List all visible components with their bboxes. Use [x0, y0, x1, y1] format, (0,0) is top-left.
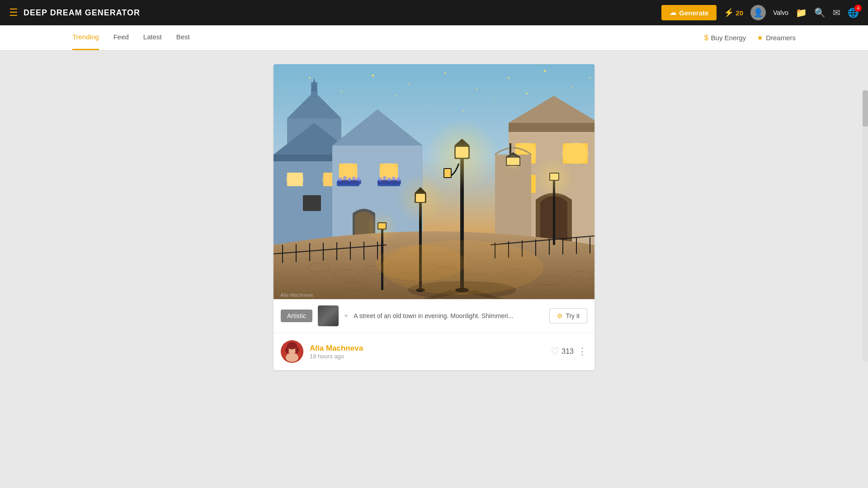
- try-it-label: Try it: [566, 312, 580, 319]
- generate-button[interactable]: ☁ Generate: [661, 5, 717, 20]
- nav-item-best[interactable]: Best: [176, 25, 190, 50]
- author-bar: Alla Machneva 19 hours ago ♡ 313 ⋮: [274, 333, 594, 370]
- heart-icon[interactable]: ♡: [551, 346, 560, 357]
- dollar-icon: $: [704, 34, 708, 42]
- scene-image: Alla Machneva: [274, 64, 594, 299]
- svg-point-12: [495, 98, 495, 99]
- svg-point-96: [352, 177, 356, 180]
- generate-label: Generate: [679, 9, 708, 17]
- svg-point-4: [409, 84, 410, 85]
- content-card: Alla Machneva Artistic + A street of an …: [274, 64, 594, 370]
- svg-point-94: [343, 176, 347, 180]
- svg-point-73: [426, 118, 498, 191]
- svg-point-128: [285, 347, 289, 353]
- svg-point-17: [590, 77, 591, 79]
- svg-rect-29: [303, 195, 321, 211]
- image-description: A street of an old town in evening. Moon…: [354, 312, 544, 319]
- svg-point-5: [444, 72, 446, 74]
- dreamers-link[interactable]: ★ Dreamers: [757, 33, 796, 42]
- svg-point-11: [395, 95, 396, 97]
- energy-badge[interactable]: ⚡ 20: [724, 8, 743, 18]
- svg-point-16: [526, 93, 528, 94]
- notification-count: 4: [854, 5, 862, 12]
- svg-point-89: [533, 158, 574, 198]
- dreamers-label: Dreamers: [766, 34, 796, 42]
- thumbnail-preview: [318, 305, 339, 326]
- like-section: ♡ 313: [551, 346, 574, 357]
- svg-point-9: [571, 86, 573, 88]
- svg-point-98: [378, 178, 382, 181]
- info-bar: Artistic + A street of an old town in ev…: [274, 299, 594, 333]
- nav-item-feed[interactable]: Feed: [113, 25, 129, 50]
- svg-point-18: [350, 113, 351, 114]
- like-count: 313: [561, 347, 574, 356]
- try-it-button[interactable]: ⚙ Try it: [549, 308, 587, 324]
- app-title: DEEP DREAM GENERATOR: [24, 8, 140, 18]
- cloud-upload-icon: ☁: [670, 9, 676, 17]
- energy-count: 20: [736, 9, 743, 17]
- main-content: Alla Machneva Artistic + A street of an …: [0, 51, 868, 384]
- svg-point-126: [286, 353, 298, 362]
- nav-left: Trending Feed Latest Best: [72, 25, 190, 50]
- svg-point-19: [463, 111, 464, 113]
- scrollbar-thumb[interactable]: [863, 90, 868, 127]
- avatar: 👤: [750, 5, 766, 20]
- svg-point-3: [372, 75, 374, 77]
- nav-bar: Trending Feed Latest Best $ Buy Energy ★…: [0, 25, 868, 51]
- svg-point-97: [357, 178, 360, 181]
- svg-point-10: [327, 100, 328, 101]
- svg-point-7: [508, 77, 509, 79]
- author-right: ♡ 313 ⋮: [551, 346, 587, 357]
- author-left: Alla Machneva 19 hours ago: [281, 340, 363, 363]
- plus-icon: +: [344, 312, 348, 320]
- svg-point-1: [309, 77, 311, 79]
- menu-icon[interactable]: ☰: [9, 7, 18, 19]
- svg-point-85: [366, 211, 398, 243]
- style-tag[interactable]: Artistic: [281, 310, 312, 322]
- svg-point-81: [396, 174, 445, 224]
- svg-point-2: [341, 91, 342, 92]
- search-icon[interactable]: 🔍: [814, 7, 826, 18]
- svg-point-99: [383, 176, 387, 180]
- mail-icon[interactable]: ✉: [833, 7, 840, 18]
- header: ☰ DEEP DREAM GENERATOR ☁ Generate ⚡ 20 👤…: [0, 0, 868, 25]
- svg-point-93: [339, 178, 342, 181]
- nav-item-latest[interactable]: Latest: [143, 25, 162, 50]
- notifications-icon[interactable]: 🌐 4: [848, 7, 859, 18]
- svg-point-102: [396, 178, 400, 181]
- header-left: ☰ DEEP DREAM GENERATOR: [9, 7, 140, 19]
- username-label[interactable]: Valvo: [773, 9, 788, 16]
- svg-point-100: [387, 178, 391, 181]
- svg-rect-75: [444, 169, 451, 177]
- folder-icon[interactable]: 📁: [796, 7, 807, 18]
- svg-point-95: [348, 178, 351, 181]
- buy-energy-link[interactable]: $ Buy Energy: [704, 34, 746, 42]
- gear-icon: ⚙: [557, 312, 563, 319]
- svg-point-122: [375, 245, 466, 281]
- svg-rect-42: [509, 123, 594, 132]
- main-image-container[interactable]: Alla Machneva: [274, 64, 594, 299]
- header-right: ☁ Generate ⚡ 20 👤 Valvo 📁 🔍 ✉ 🌐 4: [661, 5, 859, 20]
- author-info: Alla Machneva 19 hours ago: [310, 344, 363, 360]
- bolt-icon: ⚡: [724, 8, 734, 18]
- author-avatar[interactable]: [281, 340, 303, 363]
- svg-point-127: [287, 342, 297, 349]
- svg-point-30: [286, 173, 304, 186]
- svg-point-129: [295, 347, 299, 353]
- author-time: 19 hours ago: [310, 353, 363, 360]
- svg-text:Alla Machneva: Alla Machneva: [280, 292, 313, 298]
- nav-right: $ Buy Energy ★ Dreamers: [704, 33, 796, 42]
- buy-energy-label: Buy Energy: [711, 34, 746, 42]
- svg-point-101: [392, 177, 396, 180]
- more-options-icon[interactable]: ⋮: [577, 346, 587, 357]
- author-name[interactable]: Alla Machneva: [310, 344, 363, 353]
- svg-point-52: [504, 152, 522, 170]
- svg-point-47: [561, 142, 589, 164]
- svg-point-8: [544, 70, 546, 72]
- scrollbar-track[interactable]: [863, 90, 868, 361]
- svg-point-6: [476, 89, 478, 90]
- star-icon: ★: [757, 33, 763, 42]
- svg-point-15: [427, 104, 428, 105]
- nav-item-trending[interactable]: Trending: [72, 25, 99, 50]
